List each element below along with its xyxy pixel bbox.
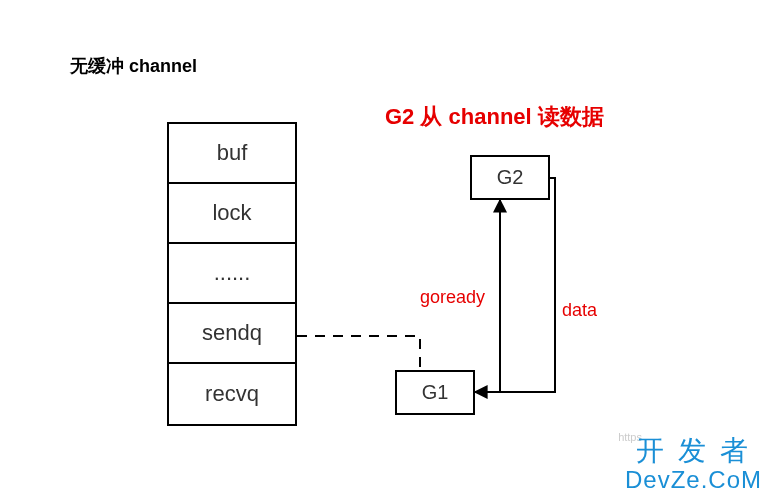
watermark-cn: 开发者 bbox=[625, 436, 762, 467]
diagram-title: 无缓冲 channel bbox=[70, 54, 197, 78]
watermark: 开发者 DevZe.CoM bbox=[625, 436, 762, 493]
struct-cell-sendq: sendq bbox=[169, 304, 295, 364]
struct-cell-etc: ...... bbox=[169, 244, 295, 304]
struct-cell-lock: lock bbox=[169, 184, 295, 244]
channel-struct: buf lock ...... sendq recvq bbox=[167, 122, 297, 426]
diagram-subtitle: G2 从 channel 读数据 bbox=[385, 102, 604, 132]
node-g2: G2 bbox=[470, 155, 550, 200]
struct-cell-recvq: recvq bbox=[169, 364, 295, 424]
struct-cell-buf: buf bbox=[169, 124, 295, 184]
watermark-en: DevZe.CoM bbox=[625, 467, 762, 493]
edge-label-data: data bbox=[562, 300, 597, 321]
node-g1: G1 bbox=[395, 370, 475, 415]
edge-label-goready: goready bbox=[420, 287, 485, 308]
